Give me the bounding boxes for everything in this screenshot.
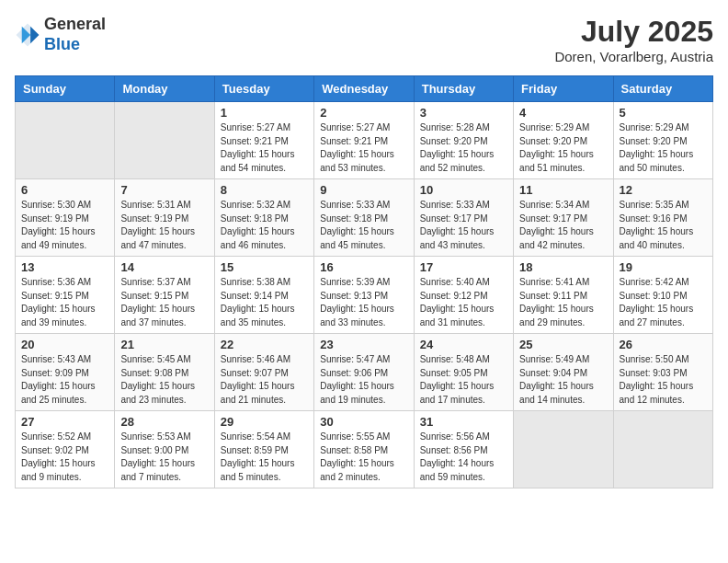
week-row-2: 6Sunrise: 5:30 AM Sunset: 9:19 PM Daylig… xyxy=(16,179,713,257)
calendar-cell: 2Sunrise: 5:27 AM Sunset: 9:21 PM Daylig… xyxy=(314,102,414,179)
day-number: 2 xyxy=(320,106,407,120)
day-info: Sunrise: 5:52 AM Sunset: 9:02 PM Dayligh… xyxy=(21,431,108,484)
day-info: Sunrise: 5:29 AM Sunset: 9:20 PM Dayligh… xyxy=(620,121,707,175)
day-info: Sunrise: 5:50 AM Sunset: 9:03 PM Dayligh… xyxy=(620,353,707,407)
weekday-header-saturday: Saturday xyxy=(613,76,712,102)
day-info: Sunrise: 5:43 AM Sunset: 9:09 PM Dayligh… xyxy=(21,353,108,407)
calendar-cell xyxy=(514,411,613,488)
day-info: Sunrise: 5:53 AM Sunset: 9:00 PM Dayligh… xyxy=(120,431,208,484)
day-info: Sunrise: 5:35 AM Sunset: 9:16 PM Dayligh… xyxy=(620,199,707,252)
calendar-cell xyxy=(115,102,214,179)
day-info: Sunrise: 5:55 AM Sunset: 8:58 PM Dayligh… xyxy=(320,431,407,484)
calendar-cell: 6Sunrise: 5:30 AM Sunset: 9:19 PM Daylig… xyxy=(16,179,115,257)
calendar-cell: 30Sunrise: 5:55 AM Sunset: 8:58 PM Dayli… xyxy=(314,411,414,488)
day-number: 5 xyxy=(620,106,707,120)
day-number: 24 xyxy=(420,338,507,351)
day-number: 20 xyxy=(21,338,108,351)
day-number: 25 xyxy=(519,338,607,351)
day-number: 22 xyxy=(221,338,308,351)
day-number: 13 xyxy=(21,260,108,274)
day-number: 8 xyxy=(221,183,308,197)
weekday-header-row: SundayMondayTuesdayWednesdayThursdayFrid… xyxy=(16,76,713,102)
day-number: 4 xyxy=(519,106,607,120)
calendar-cell: 18Sunrise: 5:41 AM Sunset: 9:11 PM Dayli… xyxy=(514,257,613,334)
day-number: 15 xyxy=(221,260,308,274)
day-number: 1 xyxy=(221,106,308,120)
week-row-4: 20Sunrise: 5:43 AM Sunset: 9:09 PM Dayli… xyxy=(16,334,713,411)
day-number: 9 xyxy=(320,183,407,197)
day-number: 29 xyxy=(221,415,308,429)
calendar-cell: 16Sunrise: 5:39 AM Sunset: 9:13 PM Dayli… xyxy=(314,257,414,334)
day-info: Sunrise: 5:56 AM Sunset: 8:56 PM Dayligh… xyxy=(420,431,507,484)
calendar-cell: 12Sunrise: 5:35 AM Sunset: 9:16 PM Dayli… xyxy=(613,179,712,257)
calendar-cell: 22Sunrise: 5:46 AM Sunset: 9:07 PM Dayli… xyxy=(214,334,313,411)
calendar-cell: 19Sunrise: 5:42 AM Sunset: 9:10 PM Dayli… xyxy=(613,257,712,334)
day-number: 23 xyxy=(320,338,407,351)
week-row-1: 1Sunrise: 5:27 AM Sunset: 9:21 PM Daylig… xyxy=(16,102,713,179)
day-info: Sunrise: 5:34 AM Sunset: 9:17 PM Dayligh… xyxy=(519,199,607,252)
day-info: Sunrise: 5:36 AM Sunset: 9:15 PM Dayligh… xyxy=(21,276,108,329)
day-number: 27 xyxy=(21,415,108,429)
calendar-cell: 27Sunrise: 5:52 AM Sunset: 9:02 PM Dayli… xyxy=(16,411,115,488)
day-info: Sunrise: 5:40 AM Sunset: 9:12 PM Dayligh… xyxy=(420,276,507,329)
day-info: Sunrise: 5:31 AM Sunset: 9:19 PM Dayligh… xyxy=(120,199,208,252)
calendar-cell: 20Sunrise: 5:43 AM Sunset: 9:09 PM Dayli… xyxy=(16,334,115,411)
day-info: Sunrise: 5:38 AM Sunset: 9:14 PM Dayligh… xyxy=(221,276,308,329)
calendar-cell xyxy=(613,411,712,488)
calendar-cell: 9Sunrise: 5:33 AM Sunset: 9:18 PM Daylig… xyxy=(314,179,414,257)
day-info: Sunrise: 5:29 AM Sunset: 9:20 PM Dayligh… xyxy=(519,121,607,175)
month-year: July 2025 xyxy=(554,15,713,49)
day-info: Sunrise: 5:48 AM Sunset: 9:05 PM Dayligh… xyxy=(420,353,507,407)
week-row-5: 27Sunrise: 5:52 AM Sunset: 9:02 PM Dayli… xyxy=(16,411,713,488)
day-info: Sunrise: 5:28 AM Sunset: 9:20 PM Dayligh… xyxy=(420,121,507,175)
calendar-cell: 17Sunrise: 5:40 AM Sunset: 9:12 PM Dayli… xyxy=(414,257,513,334)
day-number: 6 xyxy=(21,183,108,197)
calendar-table: SundayMondayTuesdayWednesdayThursdayFrid… xyxy=(15,75,713,488)
day-number: 16 xyxy=(320,260,407,274)
weekday-header-monday: Monday xyxy=(115,76,214,102)
day-number: 21 xyxy=(120,338,208,351)
weekday-header-sunday: Sunday xyxy=(16,76,115,102)
day-info: Sunrise: 5:27 AM Sunset: 9:21 PM Dayligh… xyxy=(320,121,407,175)
calendar-cell: 26Sunrise: 5:50 AM Sunset: 9:03 PM Dayli… xyxy=(613,334,712,411)
title-block: July 2025 Doren, Vorarlberg, Austria xyxy=(554,15,713,64)
svg-marker-1 xyxy=(30,26,39,43)
day-number: 28 xyxy=(120,415,208,429)
day-info: Sunrise: 5:47 AM Sunset: 9:06 PM Dayligh… xyxy=(320,353,407,407)
calendar-cell: 24Sunrise: 5:48 AM Sunset: 9:05 PM Dayli… xyxy=(414,334,513,411)
day-info: Sunrise: 5:45 AM Sunset: 9:08 PM Dayligh… xyxy=(120,353,208,407)
calendar-cell: 15Sunrise: 5:38 AM Sunset: 9:14 PM Dayli… xyxy=(214,257,313,334)
day-info: Sunrise: 5:49 AM Sunset: 9:04 PM Dayligh… xyxy=(519,353,607,407)
day-number: 7 xyxy=(120,183,208,197)
day-info: Sunrise: 5:42 AM Sunset: 9:10 PM Dayligh… xyxy=(620,276,707,329)
day-info: Sunrise: 5:30 AM Sunset: 9:19 PM Dayligh… xyxy=(21,199,108,252)
calendar-cell: 8Sunrise: 5:32 AM Sunset: 9:18 PM Daylig… xyxy=(214,179,313,257)
day-number: 10 xyxy=(420,183,507,197)
calendar-cell: 10Sunrise: 5:33 AM Sunset: 9:17 PM Dayli… xyxy=(414,179,513,257)
location: Doren, Vorarlberg, Austria xyxy=(554,49,713,64)
weekday-header-tuesday: Tuesday xyxy=(214,76,313,102)
calendar-cell: 4Sunrise: 5:29 AM Sunset: 9:20 PM Daylig… xyxy=(514,102,613,179)
calendar-cell: 21Sunrise: 5:45 AM Sunset: 9:08 PM Dayli… xyxy=(115,334,214,411)
calendar-cell: 1Sunrise: 5:27 AM Sunset: 9:21 PM Daylig… xyxy=(214,102,313,179)
weekday-header-thursday: Thursday xyxy=(414,76,513,102)
calendar-cell: 29Sunrise: 5:54 AM Sunset: 8:59 PM Dayli… xyxy=(214,411,313,488)
day-number: 18 xyxy=(519,260,607,274)
calendar-cell: 31Sunrise: 5:56 AM Sunset: 8:56 PM Dayli… xyxy=(414,411,513,488)
weekday-header-friday: Friday xyxy=(514,76,613,102)
calendar-cell: 28Sunrise: 5:53 AM Sunset: 9:00 PM Dayli… xyxy=(115,411,214,488)
day-number: 14 xyxy=(120,260,208,274)
day-number: 26 xyxy=(620,338,707,351)
logo-text: General Blue xyxy=(44,15,106,54)
page-header: General Blue July 2025 Doren, Vorarlberg… xyxy=(15,15,713,64)
day-info: Sunrise: 5:27 AM Sunset: 9:21 PM Dayligh… xyxy=(221,121,308,175)
day-info: Sunrise: 5:33 AM Sunset: 9:18 PM Dayligh… xyxy=(320,199,407,252)
day-info: Sunrise: 5:46 AM Sunset: 9:07 PM Dayligh… xyxy=(221,353,308,407)
calendar-cell xyxy=(16,102,115,179)
day-info: Sunrise: 5:41 AM Sunset: 9:11 PM Dayligh… xyxy=(519,276,607,329)
day-number: 31 xyxy=(420,415,507,429)
calendar-cell: 11Sunrise: 5:34 AM Sunset: 9:17 PM Dayli… xyxy=(514,179,613,257)
calendar-cell: 25Sunrise: 5:49 AM Sunset: 9:04 PM Dayli… xyxy=(514,334,613,411)
day-info: Sunrise: 5:32 AM Sunset: 9:18 PM Dayligh… xyxy=(221,199,308,252)
calendar-cell: 14Sunrise: 5:37 AM Sunset: 9:15 PM Dayli… xyxy=(115,257,214,334)
